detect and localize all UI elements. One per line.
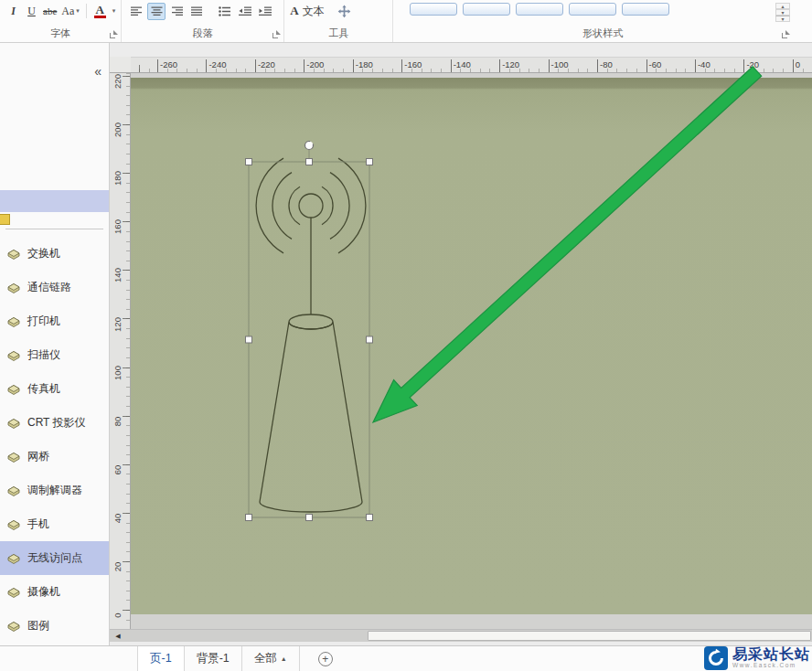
mobile-phone-icon xyxy=(6,518,21,531)
ruler-label: -200 xyxy=(304,59,324,69)
legend-icon xyxy=(6,620,21,633)
scanner-icon xyxy=(6,349,21,362)
dialog-launcher-icon[interactable] xyxy=(272,30,281,38)
sidebar-item-crt-projector[interactable]: CRT 投影仪 xyxy=(0,406,109,440)
bullets-button[interactable] xyxy=(216,3,234,20)
shape-style-swatch[interactable] xyxy=(516,3,563,16)
ruler-label: -240 xyxy=(206,59,226,69)
bullets-icon xyxy=(219,6,231,16)
switch-icon xyxy=(6,248,21,261)
align-left-button[interactable] xyxy=(127,3,145,20)
selection-handle xyxy=(246,515,252,521)
gallery-up-icon[interactable]: ▴ xyxy=(775,3,790,9)
horizontal-scrollbar[interactable]: ◀ xyxy=(110,629,812,642)
align-center-icon xyxy=(151,6,163,16)
wireless-ap-shape[interactable] xyxy=(256,158,366,512)
sidebar-item-bridge[interactable]: 网桥 xyxy=(0,440,109,474)
ribbon: I U abe Aa ▾ A ▾ 字体 xyxy=(0,0,812,43)
justify-button[interactable] xyxy=(187,3,206,20)
modem-icon xyxy=(6,485,21,497)
text-tool-button[interactable]: A 文本 xyxy=(290,4,324,19)
shape-style-swatch[interactable] xyxy=(622,3,669,16)
ruler-label: -160 xyxy=(401,59,422,69)
sidebar-item-scanner[interactable]: 扫描仪 xyxy=(0,338,109,372)
ruler-label: -260 xyxy=(157,59,177,69)
increase-indent-button[interactable] xyxy=(256,3,274,20)
sidebar-item-camera[interactable]: 摄像机 xyxy=(0,575,109,609)
selection-handle xyxy=(246,159,252,165)
selection-box[interactable] xyxy=(246,142,373,521)
sidebar-item-legend[interactable]: 图例 xyxy=(0,609,109,643)
ruler-label: -100 xyxy=(549,59,569,69)
horizontal-ruler: -260-240-220-200-180-160-140-120-100-80-… xyxy=(110,57,812,73)
ruler-label: 200 xyxy=(112,118,123,142)
dialog-launcher-icon[interactable] xyxy=(782,30,790,38)
all-pages-tab[interactable]: 全部 ▲ xyxy=(242,646,300,671)
strikethrough-button[interactable]: abe xyxy=(42,3,58,20)
brand-subtitle: Www.Easck.Com xyxy=(732,663,810,669)
sidebar-item-mobile-phone[interactable]: 手机 xyxy=(0,507,109,541)
shape-item-label: 图例 xyxy=(27,618,49,634)
bridge-icon xyxy=(6,451,21,463)
ruler-corner xyxy=(110,57,131,73)
font-color-button[interactable]: A xyxy=(92,3,108,20)
pointer-tool-icon[interactable] xyxy=(337,5,351,18)
change-case-label: Aa xyxy=(61,5,74,18)
ruler-label: 20 xyxy=(112,555,123,579)
ruler-label: 120 xyxy=(112,313,123,336)
sidebar-item-modem[interactable]: 调制解调器 xyxy=(0,474,109,507)
dialog-launcher-icon[interactable] xyxy=(110,30,118,38)
gallery-down-icon[interactable]: ▾ xyxy=(775,9,790,16)
align-right-button[interactable] xyxy=(167,3,186,20)
add-page-button[interactable]: + xyxy=(318,652,333,666)
sidebar-item-fax[interactable]: 传真机 xyxy=(0,372,109,406)
page-tab-1[interactable]: 页-1 xyxy=(137,646,185,671)
shape-item-label: 摄像机 xyxy=(27,584,60,600)
sidebar-item-switch[interactable]: 交换机 xyxy=(0,237,109,271)
scroll-left-icon[interactable]: ◀ xyxy=(112,631,124,642)
sidebar-item-comm-link[interactable]: 通信链路 xyxy=(0,271,109,304)
ribbon-group-shape-styles: ▴ ▾ ▾ 形状样式 xyxy=(393,0,812,42)
stencil-selected-strip[interactable] xyxy=(0,190,109,212)
underline-button[interactable]: U xyxy=(24,3,39,20)
shape-styles-group-label: 形状样式 xyxy=(393,27,812,40)
chevron-up-icon: ▲ xyxy=(281,655,287,662)
align-right-icon xyxy=(171,6,183,16)
collapse-panel-button[interactable]: « xyxy=(94,65,102,78)
scrollbar-thumb[interactable] xyxy=(368,631,811,641)
shape-style-swatch[interactable] xyxy=(569,3,616,16)
main-area: « 交换机 通信链路 打印机 xyxy=(0,43,812,645)
ruler-label: 80 xyxy=(112,410,123,433)
canvas-area: -260-240-220-200-180-160-140-120-100-80-… xyxy=(110,43,812,645)
shape-item-label: 无线访问点 xyxy=(27,550,82,566)
selection-handle xyxy=(246,336,252,343)
shape-item-label: 调制解调器 xyxy=(27,483,82,498)
shape-style-swatch[interactable] xyxy=(410,3,457,16)
ruler-label: 180 xyxy=(112,166,123,190)
camera-icon xyxy=(6,586,21,599)
selection-handle xyxy=(367,336,373,343)
increase-indent-icon xyxy=(259,6,272,16)
align-center-button[interactable] xyxy=(147,3,166,20)
background-page-tab[interactable]: 背景-1 xyxy=(185,646,242,671)
justify-icon xyxy=(191,6,203,16)
decrease-indent-button[interactable] xyxy=(236,3,254,20)
change-case-button[interactable]: Aa ▾ xyxy=(60,3,80,20)
shape-item-label: 交换机 xyxy=(27,246,60,261)
ruler-label: -180 xyxy=(353,59,373,69)
comm-link-icon xyxy=(6,282,21,294)
shape-style-swatch[interactable] xyxy=(463,3,510,16)
sidebar-item-printer[interactable]: 打印机 xyxy=(0,304,109,338)
drawing-canvas[interactable] xyxy=(131,73,812,629)
divider xyxy=(86,4,87,18)
font-color-swatch xyxy=(94,16,106,18)
italic-button[interactable]: I xyxy=(5,3,21,20)
ribbon-group-font: I U abe Aa ▾ A ▾ 字体 xyxy=(0,0,122,42)
gallery-more-icon[interactable]: ▾ xyxy=(775,16,790,22)
printer-icon xyxy=(6,315,21,328)
shape-item-label: 网桥 xyxy=(27,449,49,464)
sidebar-item-wireless-ap[interactable]: 无线访问点 xyxy=(0,541,109,575)
shape-item-label: CRT 投影仪 xyxy=(27,415,86,431)
page-tab-bar: 页-1 背景-1 全部 ▲ + 易采站长站 Www.Easck.Com xyxy=(0,645,812,671)
divider xyxy=(5,229,103,229)
